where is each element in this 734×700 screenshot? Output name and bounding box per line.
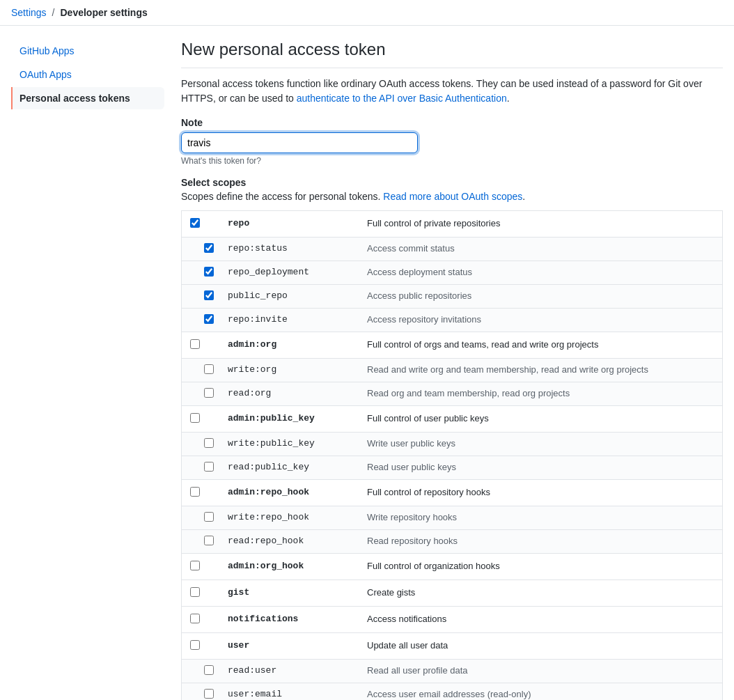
scope-desc-repo: Full control of private repositories bbox=[361, 211, 723, 238]
select-scopes-title: Select scopes bbox=[181, 177, 723, 188]
table-row: read:public_keyRead user public keys bbox=[182, 456, 723, 480]
scope-name-repo-invite: repo:invite bbox=[222, 309, 361, 332]
checkbox-notifications[interactable] bbox=[190, 614, 200, 623]
scope-name-user: user bbox=[222, 633, 361, 660]
checkbox-repo-status[interactable] bbox=[204, 243, 214, 253]
table-row: repo:statusAccess commit status bbox=[182, 238, 723, 261]
checkbox-write-public-key[interactable] bbox=[204, 438, 214, 448]
scope-desc-read-org: Read org and team membership, read org p… bbox=[361, 382, 723, 406]
scopes-table: repoFull control of private repositories… bbox=[181, 210, 723, 700]
main-content: New personal access token Personal acces… bbox=[181, 40, 723, 700]
table-row: read:repo_hookRead repository hooks bbox=[182, 530, 723, 554]
note-label: Note bbox=[181, 117, 723, 128]
checkbox-repo[interactable] bbox=[190, 218, 200, 228]
scope-desc-gist: Create gists bbox=[361, 580, 723, 607]
checkbox-repo-deployment[interactable] bbox=[204, 267, 214, 277]
checkbox-admin-repo-hook[interactable] bbox=[190, 487, 200, 497]
scope-name-repo-deployment: repo_deployment bbox=[222, 261, 361, 285]
checkbox-write-org[interactable] bbox=[204, 364, 214, 374]
table-row: userUpdate all user data bbox=[182, 633, 723, 660]
scope-name-write-repo-hook: write:repo_hook bbox=[222, 506, 361, 530]
scope-desc-admin-repo-hook: Full control of repository hooks bbox=[361, 480, 723, 506]
sidebar: GitHub Apps OAuth Apps Personal access t… bbox=[11, 40, 164, 700]
select-scopes-section: Select scopes Scopes define the access f… bbox=[181, 177, 723, 700]
checkbox-admin-org-hook[interactable] bbox=[190, 561, 200, 570]
checkbox-public-repo[interactable] bbox=[204, 290, 214, 300]
table-row: user:emailAccess user email addresses (r… bbox=[182, 683, 723, 701]
table-row: admin:public_keyFull control of user pub… bbox=[182, 406, 723, 433]
table-row: public_repoAccess public repositories bbox=[182, 285, 723, 309]
scope-desc-notifications: Access notifications bbox=[361, 607, 723, 633]
scope-name-repo: repo bbox=[222, 211, 361, 238]
table-row: gistCreate gists bbox=[182, 580, 723, 607]
oauth-scopes-link[interactable]: Read more about OAuth scopes bbox=[383, 191, 522, 202]
scope-name-gist: gist bbox=[222, 580, 361, 607]
scope-desc-repo-invite: Access repository invitations bbox=[361, 309, 723, 332]
table-row: write:orgRead and write org and team mem… bbox=[182, 359, 723, 382]
scope-name-write-public-key: write:public_key bbox=[222, 433, 361, 456]
checkbox-user-email[interactable] bbox=[204, 689, 214, 699]
nav-separator: / bbox=[52, 7, 55, 18]
auth-link[interactable]: authenticate to the API over Basic Authe… bbox=[297, 93, 507, 104]
scope-desc-write-repo-hook: Write repository hooks bbox=[361, 506, 723, 530]
table-row: repoFull control of private repositories bbox=[182, 211, 723, 238]
checkbox-read-user[interactable] bbox=[204, 665, 214, 675]
scope-name-read-org: read:org bbox=[222, 382, 361, 406]
scope-desc-write-public-key: Write user public keys bbox=[361, 433, 723, 456]
checkbox-read-repo-hook[interactable] bbox=[204, 536, 214, 545]
checkbox-repo-invite[interactable] bbox=[204, 314, 214, 324]
select-scopes-desc: Scopes define the access for personal to… bbox=[181, 191, 723, 202]
scope-desc-repo-status: Access commit status bbox=[361, 238, 723, 261]
scope-desc-read-repo-hook: Read repository hooks bbox=[361, 530, 723, 554]
table-row: admin:org_hookFull control of organizati… bbox=[182, 554, 723, 580]
note-input[interactable] bbox=[181, 132, 418, 153]
checkbox-admin-org[interactable] bbox=[190, 339, 200, 349]
table-row: read:orgRead org and team membership, re… bbox=[182, 382, 723, 406]
scope-name-notifications: notifications bbox=[222, 607, 361, 633]
scope-desc-read-user: Read all user profile data bbox=[361, 660, 723, 683]
table-row: admin:orgFull control of orgs and teams,… bbox=[182, 332, 723, 359]
checkbox-read-org[interactable] bbox=[204, 388, 214, 398]
checkbox-admin-public-key[interactable] bbox=[190, 413, 200, 423]
scope-name-read-user: read:user bbox=[222, 660, 361, 683]
scope-desc-admin-public-key: Full control of user public keys bbox=[361, 406, 723, 433]
scope-desc-admin-org: Full control of orgs and teams, read and… bbox=[361, 332, 723, 359]
scope-desc-user-email: Access user email addresses (read-only) bbox=[361, 683, 723, 701]
scope-name-read-public-key: read:public_key bbox=[222, 456, 361, 480]
table-row: notificationsAccess notifications bbox=[182, 607, 723, 633]
table-row: read:userRead all user profile data bbox=[182, 660, 723, 683]
sidebar-item-personal-access-tokens[interactable]: Personal access tokens bbox=[11, 87, 164, 109]
note-hint: What's this token for? bbox=[181, 156, 723, 166]
scope-desc-user: Update all user data bbox=[361, 633, 723, 660]
scope-name-admin-org: admin:org bbox=[222, 332, 361, 359]
top-nav: Settings / Developer settings bbox=[0, 0, 734, 26]
table-row: repo:inviteAccess repository invitations bbox=[182, 309, 723, 332]
scope-name-admin-org-hook: admin:org_hook bbox=[222, 554, 361, 580]
checkbox-read-public-key[interactable] bbox=[204, 462, 214, 472]
table-row: write:repo_hookWrite repository hooks bbox=[182, 506, 723, 530]
checkbox-write-repo-hook[interactable] bbox=[204, 512, 214, 522]
scope-name-repo-status: repo:status bbox=[222, 238, 361, 261]
scope-name-read-repo-hook: read:repo_hook bbox=[222, 530, 361, 554]
scope-name-user-email: user:email bbox=[222, 683, 361, 701]
scope-desc-repo-deployment: Access deployment status bbox=[361, 261, 723, 285]
scope-name-admin-repo-hook: admin:repo_hook bbox=[222, 480, 361, 506]
sidebar-item-oauth-apps[interactable]: OAuth Apps bbox=[11, 63, 164, 86]
scope-desc-write-org: Read and write org and team membership, … bbox=[361, 359, 723, 382]
note-group: Note What's this token for? bbox=[181, 117, 723, 166]
checkbox-gist[interactable] bbox=[190, 587, 200, 597]
table-row: write:public_keyWrite user public keys bbox=[182, 433, 723, 456]
table-row: admin:repo_hookFull control of repositor… bbox=[182, 480, 723, 506]
settings-link[interactable]: Settings bbox=[11, 7, 47, 18]
table-row: repo_deploymentAccess deployment status bbox=[182, 261, 723, 285]
scope-desc-read-public-key: Read user public keys bbox=[361, 456, 723, 480]
scope-desc-admin-org-hook: Full control of organization hooks bbox=[361, 554, 723, 580]
scope-name-admin-public-key: admin:public_key bbox=[222, 406, 361, 433]
sidebar-item-github-apps[interactable]: GitHub Apps bbox=[11, 40, 164, 62]
checkbox-user[interactable] bbox=[190, 640, 200, 650]
page-title: New personal access token bbox=[181, 40, 723, 68]
page-layout: GitHub Apps OAuth Apps Personal access t… bbox=[0, 26, 734, 700]
developer-settings-label: Developer settings bbox=[60, 7, 147, 18]
page-description: Personal access tokens function like ord… bbox=[181, 77, 723, 106]
scope-name-public-repo: public_repo bbox=[222, 285, 361, 309]
